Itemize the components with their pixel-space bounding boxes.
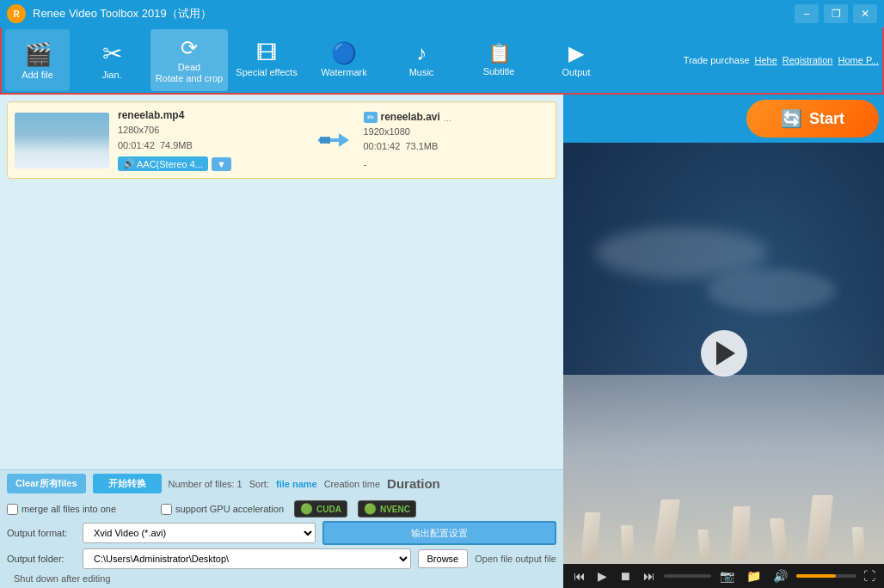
- merge-checkbox[interactable]: [7, 504, 18, 515]
- output-folder-label: Output folder:: [7, 554, 76, 564]
- restore-button[interactable]: ❐: [824, 4, 848, 23]
- skip-forward-button[interactable]: ⏭: [640, 567, 659, 585]
- play-triangle-icon: [716, 341, 735, 365]
- nvenc-label: NVENC: [380, 505, 410, 514]
- input-duration-size: 00:01:42 74.9MB: [118, 138, 304, 154]
- files-count: Number of files: 1: [169, 479, 242, 489]
- skip-back-button[interactable]: ⏮: [570, 567, 589, 585]
- toolbar-right: Trade purchase Hehe Registration Home P.…: [684, 55, 879, 65]
- home-page-link[interactable]: Home P...: [838, 55, 880, 65]
- audio-select-button[interactable]: 🔊 AAC(Stereo 4...: [118, 156, 208, 171]
- nvenc-button[interactable]: 🟢 NVENC: [358, 500, 416, 518]
- registration-link[interactable]: Registration: [783, 55, 833, 65]
- play-button-overlay[interactable]: [701, 330, 747, 377]
- clear-button[interactable]: Clear所有files: [7, 474, 86, 493]
- output-path-bar: Output folder: C:\Users\Administrator\De…: [7, 548, 556, 569]
- fullscreen-button[interactable]: ⛶: [862, 567, 877, 585]
- svg-rect-2: [320, 137, 323, 144]
- main-content: reneelab.mp4 1280x706 00:01:42 74.9MB 🔊 …: [0, 95, 884, 588]
- rock-4: [697, 530, 710, 560]
- toolbar-item-rotate-crop[interactable]: ⟳ Dead Rotate and crop: [150, 29, 228, 91]
- svg-rect-4: [327, 137, 330, 144]
- output-path-select[interactable]: C:\Users\Administrator\Desktop\: [83, 548, 411, 569]
- volume-fill: [796, 574, 836, 578]
- thumbnail-image: [15, 113, 109, 168]
- screenshot-button[interactable]: 📷: [716, 567, 738, 585]
- browse-button[interactable]: Browse: [418, 549, 469, 568]
- toolbar-item-output[interactable]: ▶ Output: [537, 29, 615, 91]
- toolbar-item-watermark[interactable]: 🔵 Watermark: [305, 29, 383, 91]
- close-button[interactable]: ✕: [853, 4, 877, 23]
- add-file-button[interactable]: 🎬 Add file: [5, 29, 70, 91]
- rock-formations: [563, 395, 884, 564]
- subtitle-label: Subtitle: [483, 66, 515, 77]
- rotate-label: Dead Rotate and crop: [156, 62, 223, 84]
- track-select-button[interactable]: ▼: [212, 157, 231, 171]
- volume-button[interactable]: 🔊: [770, 567, 791, 585]
- sort-duration-option[interactable]: Duration: [387, 476, 440, 491]
- nvenc-icon: 🟢: [364, 503, 377, 515]
- video-area: [563, 143, 884, 564]
- rock-2: [621, 525, 635, 560]
- watermark-label: Watermark: [321, 67, 366, 78]
- start-label: Start: [809, 110, 844, 128]
- right-panel: 🔄 Start: [563, 95, 884, 588]
- svg-marker-1: [339, 133, 349, 147]
- output-config-highlight[interactable]: 输出配置设置: [322, 521, 557, 545]
- format-label: Output format:: [7, 528, 76, 538]
- hehe-link[interactable]: Hehe: [755, 55, 777, 65]
- sort-bar: Clear所有files 开始转换 Number of files: 1 Sor…: [7, 474, 556, 493]
- watermark-icon: 🔵: [331, 41, 357, 65]
- toolbar-item-subtitle[interactable]: 📋 Subtitle: [460, 29, 537, 91]
- window-controls: – ❐ ✕: [795, 4, 877, 23]
- minimize-button[interactable]: –: [795, 4, 819, 23]
- titlebar: R Renee Video Toolbox 2019（试用） – ❐ ✕: [0, 0, 884, 28]
- output-dash: -: [364, 159, 367, 169]
- input-file-info: reneelab.mp4 1280x706 00:01:42 74.9MB 🔊 …: [118, 109, 304, 171]
- refresh-icon: 🔄: [781, 108, 802, 129]
- stop-button[interactable]: ⏹: [616, 567, 635, 585]
- gpu-support-text: support GPU acceleration: [175, 504, 284, 514]
- open-output-link[interactable]: Open file output file: [475, 554, 556, 564]
- merge-label: merge all files into one: [21, 504, 116, 514]
- sort-creation-option[interactable]: Creation time: [324, 479, 380, 489]
- format-bar: Output format: Xvid Video (*.avi) 输出配置设置: [7, 521, 556, 545]
- trade-purchase-text: Trade purchase: [684, 55, 750, 65]
- input-resolution: 1280x706: [118, 123, 304, 138]
- rock-5: [731, 506, 751, 560]
- subtitle-icon: 📋: [488, 42, 511, 64]
- file-list-area: reneelab.mp4 1280x706 00:01:42 74.9MB 🔊 …: [0, 95, 563, 469]
- edit-output-button[interactable]: ✏: [364, 112, 378, 123]
- toolbar-item-jian[interactable]: ✂ Jian.: [73, 29, 150, 91]
- bottom-bar: Clear所有files 开始转换 Number of files: 1 Sor…: [0, 469, 563, 588]
- music-icon: ♪: [416, 41, 427, 65]
- cuda-label: CUDA: [316, 505, 341, 514]
- format-select[interactable]: Xvid Video (*.avi): [83, 523, 316, 543]
- jian-label: Jian.: [101, 70, 121, 81]
- gpu-support-label[interactable]: support GPU acceleration: [161, 504, 284, 515]
- rock-7: [806, 495, 833, 560]
- start-button[interactable]: 🔄 Start: [746, 100, 879, 138]
- folder-button[interactable]: 📁: [743, 567, 764, 585]
- file-thumbnail: [15, 113, 109, 168]
- cuda-button[interactable]: 🟢 CUDA: [294, 500, 347, 518]
- play-pause-button[interactable]: ▶: [594, 567, 611, 585]
- sort-filename-option[interactable]: file name: [276, 479, 317, 489]
- progress-bar[interactable]: [664, 574, 711, 578]
- special-effects-icon: 🎞: [256, 41, 277, 65]
- sort-label: Sort:: [249, 479, 269, 489]
- special-effects-label: Special effects: [236, 67, 297, 78]
- toolbar-item-special-effects[interactable]: 🎞 Special effects: [228, 29, 305, 91]
- player-controls: ⏮ ▶ ⏹ ⏭ 📷 📁 🔊 ⛶: [563, 564, 884, 588]
- cuda-icon: 🟢: [300, 503, 313, 515]
- gpu-support-checkbox[interactable]: [161, 504, 172, 515]
- volume-bar[interactable]: [796, 574, 856, 578]
- file-item: reneelab.mp4 1280x706 00:01:42 74.9MB 🔊 …: [7, 101, 556, 179]
- output-file-info: ✏ reneelab.avi ... 1920x1080 00:01:42 73…: [364, 111, 549, 170]
- toolbar-item-music[interactable]: ♪ Music: [383, 29, 460, 91]
- merge-checkbox-label[interactable]: merge all files into one: [7, 504, 116, 515]
- input-filename: reneelab.mp4: [118, 109, 304, 121]
- shutdown-label: Shut down after editing: [7, 573, 111, 584]
- cloud-2: [707, 269, 836, 312]
- start-convert-button[interactable]: 开始转换: [93, 474, 162, 493]
